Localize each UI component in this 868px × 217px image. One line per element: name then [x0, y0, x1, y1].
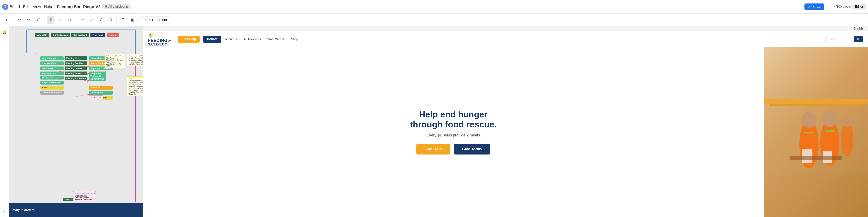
item-feeding-seniors[interactable]: Feeding Seniors [65, 71, 87, 75]
comment-check-icon: ✓ [144, 18, 147, 22]
item-publications[interactable]: Publications & [40, 71, 64, 75]
item-donate-food[interactable]: Donate Food [89, 91, 113, 95]
nav-items: About Us ▾ Get Involved ▾ Partner With U… [225, 37, 298, 41]
eraser-tool[interactable]: ◻ [66, 16, 73, 24]
item-board[interactable]: Board of Directors [40, 81, 64, 85]
nav-about-us[interactable]: About Us ▾ [225, 37, 239, 41]
svg-rect-18 [764, 89, 868, 176]
pen-tool[interactable]: 🖊 [88, 16, 95, 24]
item-financials[interactable]: Financials [40, 76, 64, 80]
hero-heading: Help end hungerthrough food rescue. [410, 110, 497, 129]
item-feeding-families[interactable]: Feeding Families [65, 61, 87, 65]
nav-shop[interactable]: Shop [291, 37, 298, 41]
nav-initiatives[interactable]: Our Initiatives [51, 33, 70, 37]
sticky-tool[interactable]: ▣ [128, 16, 136, 24]
menu-help[interactable]: Help [44, 4, 52, 9]
language-selector[interactable]: English [854, 27, 863, 30]
item-our-impact[interactable]: Our Impact [40, 66, 64, 70]
hero-subtext: Every $1 helps provide 2 meals [427, 133, 480, 137]
nav-get-involved[interactable]: Get Involved ▾ [243, 37, 261, 41]
why-it-matters-banner: Why it Matters [9, 203, 143, 217]
drawing-toolbar: + ↩ ↪ 🖌 ✋ ↖ ◻ ✏ 🖊 ╱ ⬡ T ▣ ✓ ✓ Comment [0, 13, 868, 26]
lang-bar: English [143, 26, 868, 31]
nav-partner[interactable]: Partner With Us ▾ [265, 37, 287, 41]
mid-column: Feeding Kids Feeding Families Feeding He… [65, 56, 87, 81]
site-logo: 🌾 FEEDING® SAN DIEGO [148, 32, 171, 46]
search-input[interactable] [827, 36, 854, 42]
item-how-we-work[interactable]: How We Work [40, 61, 64, 65]
volunteers-illustration [764, 47, 868, 217]
comment-button[interactable]: ✓ ✓ Comment [141, 17, 170, 23]
hero-text: Help end hungerthrough food rescue. Ever… [143, 47, 764, 217]
app-icon: 🗨 [2, 4, 8, 10]
check-icon[interactable]: ✓ [1, 208, 8, 214]
item-corporate[interactable]: Corporate Partnership Opportunities [89, 71, 106, 81]
pink-box: https://thinkplacemake.org/donors... Div… [73, 191, 96, 202]
search-button[interactable]: 🔍 [854, 36, 863, 42]
board-title: Feeding San Diego V2 [57, 4, 100, 9]
select-tool[interactable]: ↖ [56, 16, 64, 24]
donate-button[interactable]: Donate [203, 36, 221, 43]
hero-image [764, 47, 868, 217]
left-sidebar: 🔔 ✓ [0, 26, 9, 217]
object-count: 4/100 bjects [834, 5, 851, 8]
vince-note: VinceConnect [89, 95, 103, 100]
item-volunteer[interactable]: Volunteer [89, 86, 113, 90]
chevron-down-icon: ▾ [286, 38, 287, 40]
shapes-tool[interactable]: ⬡ [106, 16, 114, 24]
sticky-note-3: Sally Links to page with list that inclu… [127, 76, 143, 96]
editor-toggle[interactable]: Editor [852, 4, 866, 9]
chevron-down-icon: ▾ [238, 38, 239, 40]
menu-view[interactable]: View [33, 4, 41, 9]
chevron-down-icon: ▾ [260, 38, 261, 40]
item-community[interactable]: Community Support [40, 91, 64, 95]
top-menu-bar: 🗨 Board Edit View Help Feeding San Diego… [0, 0, 868, 13]
item-why-it-matters[interactable]: Why it Matters [40, 56, 64, 60]
undo-tool[interactable]: ↩ [16, 16, 23, 24]
find-help-button[interactable]: Find Help [178, 36, 199, 43]
menu-board[interactable]: Board [10, 4, 20, 9]
logo-icon: 🌾 [148, 32, 154, 38]
hero-buttons: Find Help Give Today [416, 144, 490, 155]
text-tool[interactable]: T [119, 16, 127, 24]
marker-tool[interactable]: ✏ [78, 16, 86, 24]
menu-edit[interactable]: Edit [23, 4, 30, 9]
item-feeding-kids[interactable]: Feeding Kids [65, 56, 87, 60]
item-staff[interactable]: Staff [40, 86, 64, 90]
nav-find-food[interactable]: Find Food [90, 33, 105, 37]
participants-badge[interactable]: @ All participants [102, 4, 131, 9]
logo-text-feeding: FEEDING® [148, 38, 171, 42]
item-feeding-excellence[interactable]: Feeding Excellence [65, 76, 87, 81]
search-bar: 🔍 [826, 36, 863, 42]
hero-section: Help end hungerthrough food rescue. Ever… [143, 47, 868, 217]
share-button[interactable]: 🔗 Sha... [804, 3, 824, 10]
nav-donate[interactable]: Donate [107, 33, 119, 37]
item-feeding-heroes[interactable]: Feeding Heroes [65, 66, 87, 70]
sticky-note-1: Sally — Aug 12, 2021 Give OnceGive Month… [104, 54, 125, 68]
canvas-area[interactable]: About Us Our Initiatives Get Involved Fi… [9, 26, 143, 217]
add-tool[interactable]: + [3, 16, 10, 24]
menu-items: Board Edit View Help [10, 4, 52, 9]
bell-icon[interactable]: 🔔 [1, 29, 8, 35]
hand-tool[interactable]: ✋ [47, 16, 55, 24]
sticky-note-2: Sally — Aug 10, 2021 Header Banner: May … [127, 54, 143, 66]
site-header: 🌾 FEEDING® SAN DIEGO Find Help Donate Ab… [143, 31, 868, 47]
line-tool[interactable]: ╱ [97, 16, 105, 24]
canvas-nav-row: About Us Our Initiatives Get Involved Fi… [35, 33, 119, 37]
format-tool[interactable]: 🖌 [34, 16, 42, 24]
left-column: Why it Matters How We Work Our Impact Pu… [40, 56, 64, 95]
comment-label: ✓ Comment [148, 18, 167, 22]
redo-tool[interactable]: ↪ [25, 16, 32, 24]
hero-give-today-button[interactable]: Give Today [454, 144, 490, 155]
hero-find-help-button[interactable]: Find Help [416, 144, 450, 155]
logo-text-san-diego: SAN DIEGO [148, 42, 171, 46]
nav-involved[interactable]: Get Involved [71, 33, 89, 37]
website-preview: English 🌾 FEEDING® SAN DIEGO Find Help D… [143, 26, 868, 217]
nav-about[interactable]: About Us [35, 33, 49, 37]
